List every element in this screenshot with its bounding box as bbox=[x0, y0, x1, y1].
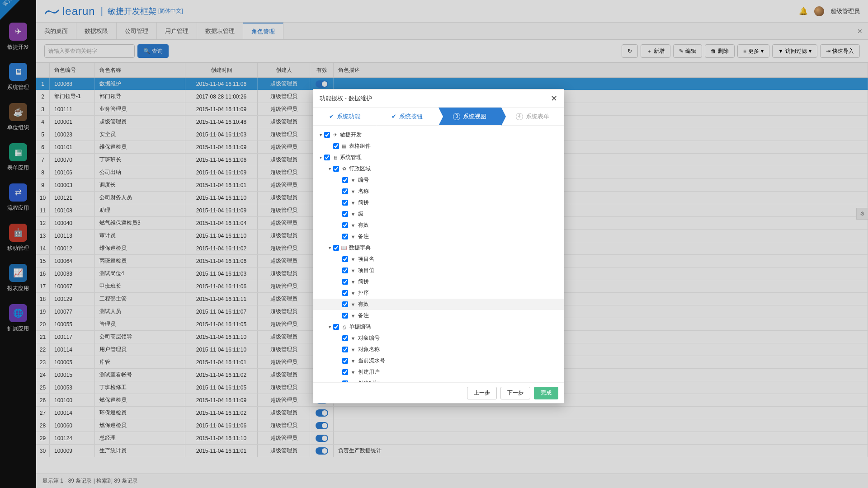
avatar[interactable] bbox=[814, 6, 824, 16]
tree-checkbox[interactable] bbox=[324, 155, 330, 160]
search-button[interactable]: 🔍 查询 bbox=[137, 44, 169, 58]
tree-node[interactable]: ▼项目值 bbox=[313, 265, 564, 276]
wizard-step-0[interactable]: ✔系统功能 bbox=[313, 108, 376, 125]
table-row[interactable]: 28100060燃保巡检员2015-11-04 16:11:06超级管理员 bbox=[36, 419, 868, 432]
next-button[interactable]: 下一步 bbox=[500, 387, 530, 399]
tree-node[interactable]: ▼备注 bbox=[313, 231, 564, 242]
col-creator[interactable]: 创建人 bbox=[258, 63, 310, 77]
tree-checkbox[interactable] bbox=[342, 347, 348, 352]
tree-checkbox[interactable] bbox=[342, 211, 348, 217]
wizard-step-2[interactable]: 3系统视图 bbox=[439, 108, 501, 125]
tab-0[interactable]: 我的桌面 bbox=[36, 23, 76, 39]
col-time[interactable]: 创建时间 bbox=[185, 63, 258, 77]
search-input[interactable] bbox=[44, 44, 135, 58]
tree-node[interactable]: ▼有效 bbox=[313, 299, 564, 310]
tree-checkbox[interactable] bbox=[342, 222, 348, 228]
tree-node[interactable]: ▾✈敏捷开发 bbox=[313, 129, 564, 141]
table-row[interactable]: 1100068数据维护2015-11-04 16:11:06超级管理员 bbox=[36, 78, 868, 90]
sidebar-item-6[interactable]: 📈报表应用 bbox=[7, 258, 29, 298]
sidebar-item-3[interactable]: ▦表单应用 bbox=[7, 137, 29, 177]
table-row[interactable]: 30100009生产统计员2015-11-04 16:11:01超级管理员负责生… bbox=[36, 445, 868, 457]
valid-toggle[interactable] bbox=[316, 422, 328, 429]
sidebar-item-4[interactable]: ⇄流程应用 bbox=[7, 177, 29, 217]
tabs-close-icon[interactable]: ✕ bbox=[852, 23, 868, 39]
permission-tree[interactable]: ▾✈敏捷开发▦表格组件▾🖥系统管理▾✿行政区域▼编号▼名称▼简拼▼级▼有效▼备注… bbox=[313, 126, 564, 382]
tree-checkbox[interactable] bbox=[333, 143, 339, 149]
sidebar-item-5[interactable]: 🤖移动管理 bbox=[7, 217, 29, 258]
valid-toggle[interactable] bbox=[316, 435, 328, 442]
expand-icon[interactable]: ▾ bbox=[327, 324, 332, 329]
expand-icon[interactable]: ▾ bbox=[327, 245, 332, 250]
tree-checkbox[interactable] bbox=[333, 324, 339, 330]
col-desc[interactable]: 角色描述 bbox=[334, 63, 868, 77]
tree-node[interactable]: ▼创建时间 bbox=[313, 378, 564, 382]
tree-node[interactable]: ▼对象编号 bbox=[313, 333, 564, 344]
export-button[interactable]: ⇥ 快速导入 bbox=[820, 44, 860, 58]
table-row[interactable]: 29100124总经理2015-11-04 16:11:10超级管理员 bbox=[36, 432, 868, 445]
prev-button[interactable]: 上一步 bbox=[467, 387, 497, 399]
tree-checkbox[interactable] bbox=[342, 358, 348, 364]
tree-node[interactable]: ▾📖数据字典 bbox=[313, 242, 564, 253]
tree-node[interactable]: ▼有效 bbox=[313, 220, 564, 231]
tree-node[interactable]: ▼排序 bbox=[313, 287, 564, 299]
sidebar-item-2[interactable]: ☕单位组织 bbox=[7, 97, 29, 137]
col-name[interactable]: 角色名称 bbox=[95, 63, 185, 77]
tree-node[interactable]: ▼级 bbox=[313, 208, 564, 220]
bell-icon[interactable]: 🔔 bbox=[799, 7, 808, 15]
sidebar-item-0[interactable]: ✈敏捷开发 bbox=[7, 16, 29, 56]
tree-node[interactable]: ▾✿行政区域 bbox=[313, 163, 564, 174]
tab-3[interactable]: 用户管理 bbox=[157, 23, 197, 39]
sidebar-item-7[interactable]: 🌐扩展应用 bbox=[7, 298, 29, 338]
tree-node[interactable]: ▼创建用户 bbox=[313, 366, 564, 378]
tree-checkbox[interactable] bbox=[324, 132, 330, 138]
language-label[interactable]: [简体中文] bbox=[158, 7, 183, 15]
tab-5[interactable]: 角色管理 bbox=[243, 23, 283, 39]
tree-checkbox[interactable] bbox=[342, 200, 348, 206]
tree-checkbox[interactable] bbox=[342, 279, 348, 285]
edit-button[interactable]: ✎ 编辑 bbox=[673, 44, 702, 58]
tree-checkbox[interactable] bbox=[342, 369, 348, 375]
more-button[interactable]: ≡ 更多 ▾ bbox=[737, 44, 769, 58]
valid-toggle[interactable] bbox=[316, 80, 328, 88]
tree-checkbox[interactable] bbox=[333, 166, 339, 172]
tree-node[interactable]: ▼项目名 bbox=[313, 253, 564, 265]
tab-4[interactable]: 数据表管理 bbox=[197, 23, 243, 39]
tab-1[interactable]: 数据权限 bbox=[76, 23, 117, 39]
tree-checkbox[interactable] bbox=[342, 301, 348, 307]
wizard-step-3[interactable]: 4系统表单 bbox=[501, 108, 564, 125]
table-row[interactable]: 27100014环保巡检员2015-11-04 16:11:02超级管理员 bbox=[36, 407, 868, 419]
tree-checkbox[interactable] bbox=[342, 188, 348, 194]
tree-node[interactable]: ▾⎙单据编码 bbox=[313, 321, 564, 333]
finish-button[interactable]: 完成 bbox=[534, 387, 558, 399]
settings-gear-icon[interactable]: ⚙ bbox=[856, 208, 868, 220]
valid-toggle[interactable] bbox=[316, 409, 328, 417]
tree-checkbox[interactable] bbox=[342, 290, 348, 296]
tree-checkbox[interactable] bbox=[342, 234, 348, 239]
tree-checkbox[interactable] bbox=[342, 267, 348, 273]
tree-node[interactable]: ▼简拼 bbox=[313, 276, 564, 287]
tree-node[interactable]: ▼简拼 bbox=[313, 197, 564, 208]
delete-button[interactable]: 🗑 删除 bbox=[705, 44, 735, 58]
sidebar-item-1[interactable]: 🖥系统管理 bbox=[7, 56, 29, 97]
tree-node[interactable]: ▼当前流水号 bbox=[313, 355, 564, 366]
expand-icon[interactable]: ▾ bbox=[327, 166, 332, 171]
tree-node[interactable]: ▾🖥系统管理 bbox=[313, 152, 564, 163]
close-icon[interactable]: ✕ bbox=[551, 94, 557, 103]
tree-node[interactable]: ▼名称 bbox=[313, 186, 564, 197]
tree-checkbox[interactable] bbox=[342, 177, 348, 183]
tree-node[interactable]: ▼编号 bbox=[313, 174, 564, 186]
tree-node[interactable]: ▦表格组件 bbox=[313, 141, 564, 152]
tree-node[interactable]: ▼对象名称 bbox=[313, 344, 564, 355]
expand-icon[interactable]: ▾ bbox=[318, 155, 323, 160]
tree-checkbox[interactable] bbox=[342, 313, 348, 319]
col-code[interactable]: 角色编号 bbox=[50, 63, 95, 77]
tree-checkbox[interactable] bbox=[333, 245, 339, 251]
expand-icon[interactable]: ▾ bbox=[318, 132, 323, 137]
filter-button[interactable]: ▼ 访问过滤 ▾ bbox=[772, 44, 817, 58]
tree-node[interactable]: ▼备注 bbox=[313, 310, 564, 321]
refresh-button[interactable]: ↻ bbox=[622, 44, 638, 58]
tab-2[interactable]: 公司管理 bbox=[117, 23, 157, 39]
col-valid[interactable]: 有效 bbox=[310, 63, 334, 77]
valid-toggle[interactable] bbox=[316, 447, 328, 455]
tree-checkbox[interactable] bbox=[342, 335, 348, 341]
